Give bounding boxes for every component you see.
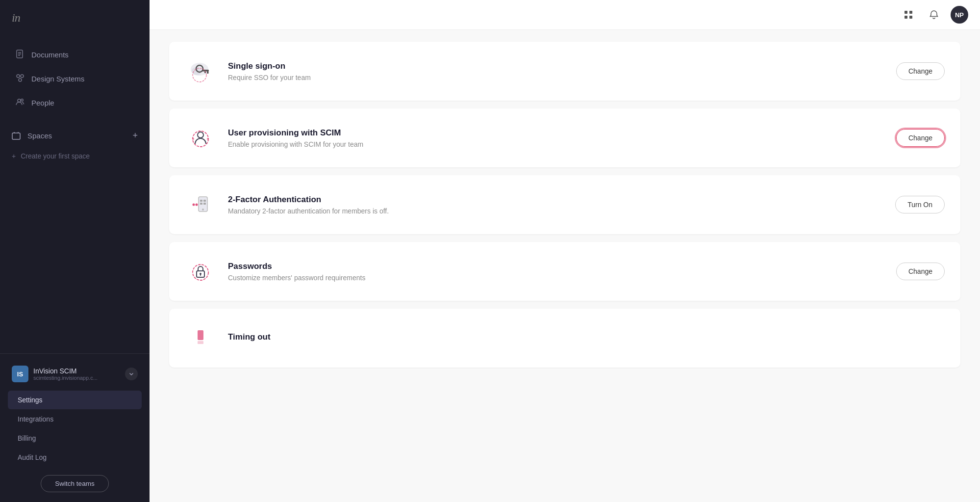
sidebar-item-people[interactable]: People [4,91,146,114]
svg-point-8 [18,99,21,102]
sidebar-item-design-systems[interactable]: Design Systems [4,67,146,90]
svg-rect-10 [12,133,20,139]
sidebar-menu-item-billing[interactable]: Billing [8,429,142,448]
settings-card-timeout: Timing out [169,309,960,368]
svg-rect-13 [905,16,907,19]
passwords-action: Change [896,263,945,280]
sso-change-button[interactable]: Change [896,62,945,80]
sidebar-item-label: Design Systems [31,75,84,83]
settings-card-scim: User provisioning with SCIM Enable provi… [169,108,960,167]
user-avatar[interactable]: NP [951,6,968,24]
notifications-button[interactable] [925,6,943,24]
2fa-action: Turn On [895,196,945,213]
settings-card-2fa: 2-Factor Authentication Mandatory 2-fact… [169,175,960,234]
topbar: NP [150,0,980,30]
scim-change-button[interactable]: Change [896,129,945,147]
spaces-icon: Spaces [12,132,52,140]
svg-rect-32 [200,203,202,205]
spaces-label: Spaces [27,132,52,140]
scim-desc: Enable provisioning with SCIM for your t… [228,140,884,148]
scim-info: User provisioning with SCIM Enable provi… [228,128,884,148]
svg-point-28 [193,204,195,206]
timeout-info: Timing out [228,332,945,344]
svg-point-7 [19,79,22,81]
svg-rect-38 [198,330,203,340]
create-space-link[interactable]: + Create your first space [0,147,150,165]
spaces-section: Spaces + + Create your first space [0,115,150,167]
sso-action: Change [896,62,945,80]
sso-icon [185,55,216,87]
sidebar-item-label: Documents [31,51,69,59]
main-content: NP Sin [150,0,980,502]
switch-teams-button[interactable]: Switch teams [41,475,108,492]
sso-desc: Require SSO for your team [228,74,884,81]
sso-info: Single sign-on Require SSO for your team [228,61,884,81]
add-space-button[interactable]: + [132,131,138,141]
svg-rect-33 [203,203,206,205]
logo-icon: in [12,11,27,27]
svg-rect-31 [203,200,206,202]
team-name: InVision SCIM [33,367,120,375]
team-info: IS InVision SCIM scimtesting.invisionapp… [6,362,144,386]
sso-title: Single sign-on [228,61,884,71]
svg-point-23 [198,132,203,138]
passwords-icon [185,256,216,287]
sidebar-nav: Documents Design Systems [0,38,150,353]
team-url: scimtesting.invisionapp.c... [33,375,120,381]
sidebar-item-label: People [31,99,54,107]
svg-text:in: in [12,11,20,24]
svg-point-6 [21,75,24,78]
svg-rect-37 [200,274,201,276]
plus-icon: + [12,152,16,160]
sidebar-menu-item-audit-log[interactable]: Audit Log [8,448,142,467]
scim-title: User provisioning with SCIM [228,128,884,138]
2fa-title: 2-Factor Authentication [228,195,883,205]
timeout-title: Timing out [228,332,945,342]
spaces-header: Spaces + [0,124,150,147]
team-details: InVision SCIM scimtesting.invisionapp.c.… [33,367,120,381]
logo[interactable]: in [0,0,150,38]
2fa-turnon-button[interactable]: Turn On [895,196,945,213]
svg-rect-11 [905,11,907,14]
sidebar-menu-item-settings[interactable]: Settings [8,391,142,409]
2fa-icon [185,189,216,220]
svg-point-25 [207,138,209,140]
svg-point-24 [192,138,194,140]
sidebar: in Documents [0,0,150,502]
sidebar-menu: Settings Integrations Billing Audit Log [6,386,144,471]
passwords-info: Passwords Customize members' password re… [228,262,884,282]
2fa-info: 2-Factor Authentication Mandatory 2-fact… [228,195,883,215]
svg-rect-12 [909,11,912,14]
passwords-desc: Customize members' password requirements [228,274,884,282]
apps-button[interactable] [900,6,917,24]
topbar-actions: NP [900,6,968,24]
team-dropdown-button[interactable] [125,368,138,380]
svg-rect-30 [200,200,202,202]
svg-point-27 [202,209,204,211]
scim-icon [185,122,216,154]
settings-card-passwords: Passwords Customize members' password re… [169,242,960,301]
team-avatar: IS [12,366,28,382]
svg-point-9 [21,99,23,101]
svg-point-29 [196,204,198,206]
svg-rect-19 [207,71,209,74]
svg-rect-14 [909,16,912,19]
people-icon [16,98,25,108]
svg-rect-39 [198,341,203,344]
2fa-desc: Mandatory 2-factor authentication for me… [228,207,883,215]
content-area: Single sign-on Require SSO for your team… [150,30,980,502]
sidebar-bottom: IS InVision SCIM scimtesting.invisionapp… [0,353,150,502]
design-icon [16,74,25,84]
scim-action: Change [896,129,945,147]
passwords-change-button[interactable]: Change [896,263,945,280]
svg-point-5 [17,75,20,78]
sidebar-item-documents[interactable]: Documents [4,43,146,66]
sidebar-menu-item-integrations[interactable]: Integrations [8,410,142,428]
timeout-icon [185,322,216,354]
passwords-title: Passwords [228,262,884,271]
file-icon [16,50,25,60]
create-space-label: Create your first space [21,152,90,160]
settings-card-sso: Single sign-on Require SSO for your team… [169,42,960,101]
